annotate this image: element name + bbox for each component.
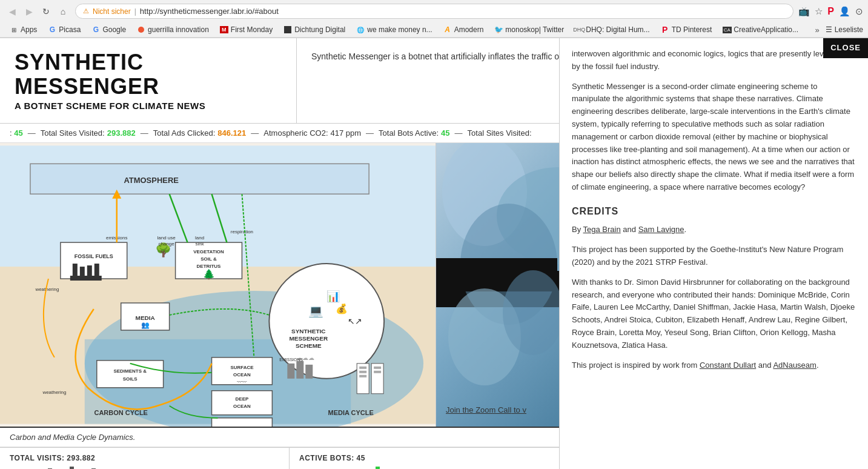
bookmark-monoskop-label: monoskop| Twitter xyxy=(505,25,564,34)
dhq-favicon: DHQ xyxy=(575,25,583,34)
svg-rect-33 xyxy=(359,375,366,378)
ticker-co2-label: Atmospheric CO2: xyxy=(263,128,328,138)
svg-text:weathering: weathering xyxy=(42,390,66,395)
bar xyxy=(70,467,74,469)
cast-icon[interactable]: 📺 xyxy=(798,6,810,17)
total-visits-label: TOTAL VISITS: 293.882 xyxy=(10,454,279,462)
svg-text:SYNTHETIC: SYNTHETIC xyxy=(291,328,326,334)
refresh-button[interactable]: ↻ xyxy=(39,4,53,19)
bookmark-creative[interactable]: CA CreativeApplicatio... xyxy=(718,24,803,35)
address-text: http://syntheticmessenger.labr.io/#about xyxy=(140,7,786,16)
google-favicon: G xyxy=(91,25,100,34)
sam-lavigne-link[interactable]: Sam Lavigne xyxy=(638,225,684,234)
ticker-bots-label: Total Bots Active: xyxy=(379,128,439,138)
address-separator: | xyxy=(134,7,136,16)
bar xyxy=(376,467,380,469)
star-icon[interactable]: ☆ xyxy=(815,6,823,17)
svg-text:OCEAN: OCEAN xyxy=(233,404,251,409)
svg-rect-8 xyxy=(73,264,78,276)
amodern-favicon: A xyxy=(443,25,452,34)
svg-text:↖↗: ↖↗ xyxy=(348,316,362,326)
svg-rect-66 xyxy=(305,365,313,379)
address-bar[interactable]: ⚠ Nicht sicher | http://syntheticmesseng… xyxy=(75,4,793,19)
bookmark-wemake-label: we make money n... xyxy=(367,25,432,34)
diagram-left: ATMOSPHERE FOSSIL FUELS 🌳 VEGETATION SOI… xyxy=(0,143,436,427)
svg-text:ATMOSPHERE: ATMOSPHERE xyxy=(124,176,179,185)
tdpinterest-favicon: P xyxy=(661,25,669,34)
guerrilla-favicon xyxy=(137,25,145,34)
caption-text: Carbon and Media Cycle Dynamics. xyxy=(10,433,135,442)
svg-text:change: change xyxy=(159,241,175,247)
site-subtitle: A BOTNET SCHEME FOR CLIMATE NEWS xyxy=(15,101,282,111)
svg-rect-53 xyxy=(97,361,164,388)
credits-by: By Tega Brain and Sam Lavigne. xyxy=(572,224,856,236)
bookmark-amodern[interactable]: A Amodern xyxy=(439,24,489,35)
site-title-block: SYNTHETIC MESSENGER A BOTNET SCHEME FOR … xyxy=(0,38,297,123)
about-paragraph1: interwoven algorithmic and economic logi… xyxy=(572,48,856,73)
svg-text:〰〰: 〰〰 xyxy=(237,379,247,385)
account-icon[interactable]: ⊙ xyxy=(855,6,863,17)
svg-text:SOILS: SOILS xyxy=(123,376,137,382)
bots-bars xyxy=(299,465,569,469)
browser-toolbar: ◀ ▶ ↻ ⌂ ⚠ Nicht sicher | http://syntheti… xyxy=(0,0,868,22)
bookmark-dichtung[interactable]: Dichtung Digital xyxy=(279,24,350,35)
credits-inspired: This project is inspired by work from Co… xyxy=(572,359,856,372)
profile-icon[interactable]: 👤 xyxy=(839,6,850,17)
svg-text:📊: 📊 xyxy=(326,290,340,303)
close-button[interactable]: CLOSE xyxy=(823,38,868,58)
forward-button[interactable]: ▶ xyxy=(22,4,36,19)
bookmark-apps-label: Apps xyxy=(21,25,37,34)
svg-point-74 xyxy=(503,270,563,355)
svg-text:respiration: respiration xyxy=(231,229,253,234)
back-button[interactable]: ◀ xyxy=(5,4,19,19)
svg-text:💰: 💰 xyxy=(336,303,348,314)
bookmark-google-label: Google xyxy=(102,25,126,34)
svg-text:land use: land use xyxy=(157,235,176,241)
svg-rect-9 xyxy=(80,267,85,276)
bookmark-amodern-label: Amodern xyxy=(454,25,484,34)
more-bookmarks-button[interactable]: » xyxy=(815,25,819,35)
security-text: Nicht sicher xyxy=(93,7,131,16)
ticker-sites-label: Total Sites Visited: xyxy=(41,128,105,138)
svg-rect-12 xyxy=(70,276,102,281)
ticker-bots-active-inline: : 45 xyxy=(10,128,23,138)
zoom-link[interactable]: Join the Zoom Call to v xyxy=(446,405,526,414)
bookmark-wemake[interactable]: 🌐 we make money n... xyxy=(351,24,437,35)
toolbar-icons: 📺 ☆ P 👤 ⊙ xyxy=(798,6,863,17)
svg-text:EMISSIONS: EMISSIONS xyxy=(279,358,303,362)
home-button[interactable]: ⌂ xyxy=(56,4,70,19)
tega-brain-link[interactable]: Tega Brain xyxy=(583,225,621,234)
bookmark-tdpinterest[interactable]: P TD Pinterest xyxy=(656,24,717,35)
browser-chrome: ◀ ▶ ↻ ⌂ ⚠ Nicht sicher | http://syntheti… xyxy=(0,0,868,38)
bookmark-guerrilla[interactable]: guerrilla innovation xyxy=(132,24,214,35)
bookmark-apps[interactable]: ⊞ Apps xyxy=(5,24,42,35)
constant-dullart-link[interactable]: Constant Dullart xyxy=(700,361,756,370)
adnauseam-link[interactable]: AdNauseam xyxy=(773,361,817,370)
svg-text:FOSSIL FUELS: FOSSIL FUELS xyxy=(75,253,113,259)
bookmark-guerrilla-label: guerrilla innovation xyxy=(148,25,209,34)
svg-text:SEDIMENTS &: SEDIMENTS & xyxy=(113,368,147,374)
firstmonday-favicon: M xyxy=(220,25,228,34)
bookmark-monoskop[interactable]: 🐦 monoskop| Twitter xyxy=(489,24,569,35)
pinterest-icon[interactable]: P xyxy=(827,6,834,17)
bookmark-picasa[interactable]: G Picasa xyxy=(43,24,85,35)
site-title: SYNTHETIC MESSENGER xyxy=(15,50,282,98)
apps-favicon: ⊞ xyxy=(10,25,18,34)
reading-list[interactable]: ☰ Leseliste xyxy=(826,25,863,34)
monoskop-favicon: 🐦 xyxy=(494,25,503,34)
svg-text:DETRITUS: DETRITUS xyxy=(197,264,221,269)
bookmark-firstmonday[interactable]: M First Monday xyxy=(215,24,277,35)
svg-text:MESSENGER: MESSENGER xyxy=(289,335,328,342)
svg-text:DEEP: DEEP xyxy=(236,396,249,402)
ticker-bots-value: 45 xyxy=(441,128,449,138)
svg-text:OCEAN: OCEAN xyxy=(233,372,251,378)
reading-list-label: Leseliste xyxy=(835,25,863,34)
creative-favicon: CA xyxy=(723,25,731,34)
bookmark-dhq-label: DHQ: Digital Hum... xyxy=(586,25,649,34)
svg-rect-10 xyxy=(87,265,92,276)
bookmark-dhq[interactable]: DHQ DHQ: Digital Hum... xyxy=(570,24,654,35)
bookmark-dichtung-label: Dichtung Digital xyxy=(294,25,345,34)
bookmark-firstmonday-label: First Monday xyxy=(231,25,273,34)
bookmark-google[interactable]: G Google xyxy=(87,24,131,35)
svg-rect-4 xyxy=(30,164,369,194)
